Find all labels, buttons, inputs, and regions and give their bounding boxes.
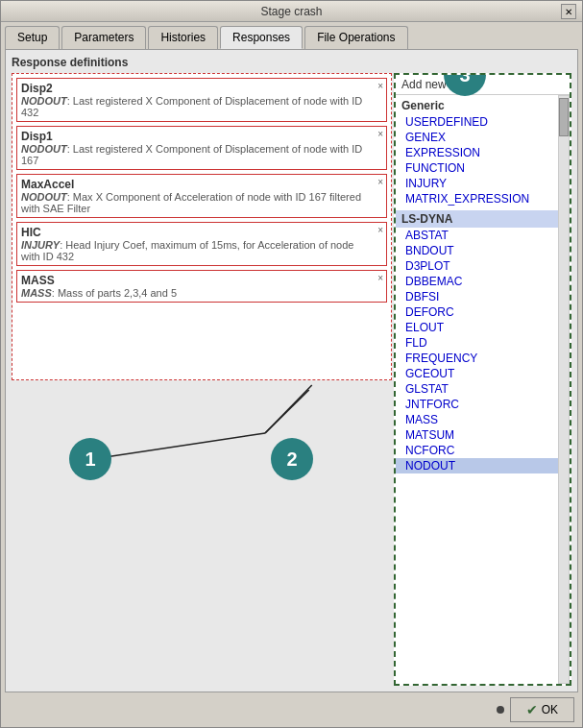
type-matsum[interactable]: MATSUM — [396, 427, 558, 443]
type-list-scrollbar[interactable] — [558, 95, 570, 684]
svg-line-1 — [265, 390, 309, 433]
svg-line-2 — [265, 385, 312, 433]
type-injury[interactable]: INJURY — [396, 176, 558, 191]
type-nodout[interactable]: NODOUT — [396, 458, 558, 473]
type-function[interactable]: FUNCTION — [396, 160, 558, 176]
content-area: Disp2 NODOUT: Last registered X Componen… — [12, 73, 571, 686]
type-deforc[interactable]: DEFORC — [396, 304, 558, 320]
tab-parameters[interactable]: Parameters — [61, 26, 146, 49]
badge-2[interactable]: 2 — [271, 438, 313, 480]
response-name-disp2: Disp2 — [21, 82, 367, 95]
type-genex[interactable]: GENEX — [396, 130, 558, 145]
footer: ✔ OK — [1, 692, 582, 727]
type-bndout[interactable]: BNDOUT — [396, 243, 558, 258]
response-name-disp1: Disp1 — [21, 130, 367, 143]
right-panel: 3 Add new Generic USERDEFINED GENEX EXPR… — [394, 73, 571, 686]
type-frequency[interactable]: FREQUENCY — [396, 351, 558, 366]
response-name-hic: HIC — [21, 226, 367, 239]
annotation-area: 1 2 — [12, 380, 392, 544]
tab-setup[interactable]: Setup — [5, 26, 60, 49]
tabs-bar: Setup Parameters Histories Responses Fil… — [1, 22, 582, 49]
response-desc-mass: MASS: Mass of parts 2,3,4 and 5 — [21, 287, 367, 299]
response-item-hic[interactable]: HIC INJURY: Head Injury Coef, maximum of… — [16, 222, 387, 266]
response-item-maxaccel[interactable]: MaxAccel NODOUT: Max X Component of Acce… — [16, 174, 387, 218]
type-dbfsi[interactable]: DBFSI — [396, 289, 558, 304]
type-d3plot[interactable]: D3PLOT — [396, 258, 558, 274]
type-mass[interactable]: MASS — [396, 412, 558, 427]
close-maxaccel-button[interactable]: × — [377, 177, 383, 187]
response-desc-disp1: NODOUT: Last registered X Component of D… — [21, 143, 367, 166]
type-list[interactable]: Generic USERDEFINED GENEX EXPRESSION FUN… — [396, 95, 558, 684]
tab-responses[interactable]: Responses — [220, 26, 303, 49]
type-matrix-expression[interactable]: MATRIX_EXPRESSION — [396, 191, 558, 206]
type-elout[interactable]: ELOUT — [396, 320, 558, 335]
scrollbar-thumb[interactable] — [559, 98, 569, 136]
response-item-disp1[interactable]: Disp1 NODOUT: Last registered X Componen… — [16, 126, 387, 170]
svg-line-0 — [92, 433, 265, 459]
window-title: Stage crash — [260, 5, 322, 18]
tab-file-operations[interactable]: File Operations — [304, 26, 407, 49]
category-generic: Generic — [396, 97, 558, 114]
ok-label: OK — [542, 703, 558, 716]
badge-1[interactable]: 1 — [69, 438, 111, 480]
type-userdefined[interactable]: USERDEFINED — [396, 114, 558, 130]
response-desc-hic: INJURY: Head Injury Coef, maximum of 15m… — [21, 239, 367, 262]
type-fld[interactable]: FLD — [396, 335, 558, 351]
badge-3[interactable]: 3 — [444, 73, 486, 96]
type-ncforc[interactable]: NCFORC — [396, 443, 558, 458]
checkmark-icon: ✔ — [526, 702, 538, 717]
close-button[interactable]: ✕ — [561, 4, 576, 19]
response-name-maxaccel: MaxAccel — [21, 178, 367, 191]
response-list[interactable]: Disp2 NODOUT: Last registered X Componen… — [12, 73, 392, 380]
type-dbbemac[interactable]: DBBEMAC — [396, 274, 558, 289]
dot-indicator — [497, 706, 504, 714]
left-panel: Disp2 NODOUT: Last registered X Componen… — [12, 73, 392, 686]
type-abstat[interactable]: ABSTAT — [396, 228, 558, 243]
close-disp2-button[interactable]: × — [377, 81, 383, 91]
close-icon: ✕ — [565, 7, 572, 17]
tab-histories[interactable]: Histories — [148, 26, 218, 49]
type-glstat[interactable]: GLSTAT — [396, 381, 558, 397]
close-hic-button[interactable]: × — [377, 225, 383, 235]
main-window: Stage crash ✕ Setup Parameters Histories… — [0, 0, 583, 728]
close-mass-button[interactable]: × — [377, 273, 383, 283]
type-gceout[interactable]: GCEOUT — [396, 366, 558, 381]
section-label: Response definitions — [12, 56, 571, 69]
type-expression[interactable]: EXPRESSION — [396, 145, 558, 160]
response-desc-disp2: NODOUT: Last registered X Component of D… — [21, 95, 367, 118]
response-item-mass[interactable]: MASS MASS: Mass of parts 2,3,4 and 5 × — [16, 270, 387, 303]
response-desc-maxaccel: NODOUT: Max X Component of Acceleration … — [21, 191, 367, 214]
main-content: Response definitions Disp2 NODOUT: Last … — [5, 49, 578, 692]
title-bar: Stage crash ✕ — [1, 1, 582, 22]
response-item-disp2[interactable]: Disp2 NODOUT: Last registered X Componen… — [16, 78, 387, 122]
ok-button[interactable]: ✔ OK — [510, 697, 574, 722]
category-ls-dyna: LS-DYNA — [396, 210, 558, 228]
response-name-mass: MASS — [21, 274, 367, 287]
close-disp1-button[interactable]: × — [377, 129, 383, 139]
type-jntforc[interactable]: JNTFORC — [396, 397, 558, 412]
